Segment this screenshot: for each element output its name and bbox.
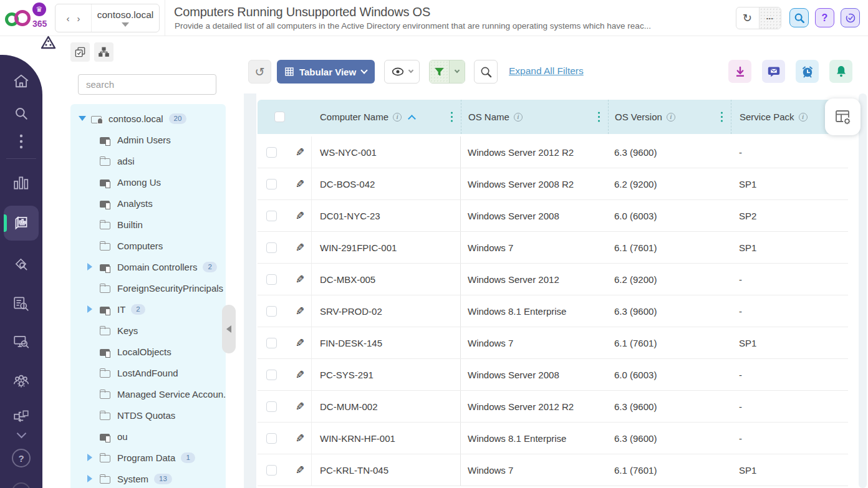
column-header-os-name[interactable]: OS Name	[461, 100, 608, 134]
tree-item[interactable]: Domain Controllers 2	[70, 256, 226, 277]
multi-select-tool-button[interactable]	[70, 42, 90, 62]
workflow-icon[interactable]	[0, 408, 42, 424]
column-chooser-button[interactable]	[825, 98, 861, 135]
table-row[interactable]: PC-SYS-291 Windows Server 2008 6.0 (6003…	[258, 359, 848, 391]
select-all-checkbox[interactable]	[274, 112, 285, 122]
filter-button[interactable]	[430, 60, 449, 83]
notification-bell-button[interactable]	[829, 60, 852, 83]
edit-pencil-icon[interactable]	[296, 400, 304, 413]
report-search-icon[interactable]	[0, 295, 42, 312]
view-mode-dropdown[interactable]: Tabular View	[277, 60, 375, 84]
scheduler-button[interactable]	[841, 8, 860, 27]
vertical-scrollbar[interactable]	[859, 93, 867, 488]
rail-collapse-chevron-icon[interactable]	[0, 430, 42, 437]
email-report-button[interactable]	[762, 60, 785, 83]
tree-item[interactable]: Analysts	[70, 193, 226, 214]
filter-dropdown-chevron[interactable]	[449, 60, 465, 83]
column-menu-icon[interactable]	[721, 116, 723, 118]
nav-search-icon[interactable]	[0, 106, 42, 121]
row-checkbox[interactable]	[266, 338, 277, 348]
global-search-button[interactable]	[789, 8, 809, 27]
audit-icon[interactable]	[0, 256, 42, 273]
hierarchy-view-button[interactable]	[94, 42, 113, 62]
tree-item[interactable]: Keys	[70, 320, 226, 341]
tree-item[interactable]: NTDS Quotas	[70, 404, 226, 426]
schedule-alarm-button[interactable]	[796, 60, 819, 83]
sort-ascending-icon[interactable]	[408, 115, 416, 123]
refresh-button[interactable]	[736, 7, 759, 29]
info-icon[interactable]	[799, 113, 808, 122]
back-chevron-icon[interactable]: ‹	[67, 13, 70, 24]
tree-item[interactable]: adsi	[70, 150, 226, 171]
tree-item[interactable]: Program Data 1	[70, 447, 226, 468]
computer-search-icon[interactable]	[0, 333, 42, 351]
row-checkbox[interactable]	[266, 179, 277, 189]
table-search-button[interactable]	[474, 60, 498, 84]
reload-report-button[interactable]	[248, 60, 271, 84]
edit-pencil-icon[interactable]	[296, 305, 304, 318]
tree-item[interactable]: ForeignSecurityPrincipals	[70, 277, 226, 299]
expander-icon[interactable]	[87, 263, 100, 270]
info-icon[interactable]	[393, 113, 402, 122]
edit-pencil-icon[interactable]	[296, 432, 304, 445]
domain-selector[interactable]: ‹ › contoso.local	[55, 4, 160, 32]
tree-item[interactable]: Computers	[70, 235, 226, 256]
table-row[interactable]: WIN-KRN-HF-001 Windows 8.1 Enterprise 6.…	[258, 423, 848, 454]
table-row[interactable]: DC-MUM-002 Windows Server 2012 R2 6.3 (9…	[258, 391, 848, 423]
tree-item[interactable]: Builtin	[70, 214, 226, 235]
sidebar-item-reports[interactable]	[4, 206, 39, 241]
row-checkbox[interactable]	[266, 211, 277, 221]
table-row[interactable]: DC-BOS-042 Windows Server 2008 R2 6.2 (9…	[258, 168, 848, 200]
edit-pencil-icon[interactable]	[296, 368, 304, 381]
edit-pencil-icon[interactable]	[296, 273, 304, 286]
help-button[interactable]: ?	[815, 8, 834, 27]
row-checkbox[interactable]	[266, 370, 277, 380]
table-row[interactable]: FIN-DESK-145 Windows 7 6.1 (7601) SP1	[258, 327, 848, 359]
column-header-os-version[interactable]: OS Version	[608, 100, 731, 134]
row-checkbox[interactable]	[266, 465, 277, 476]
domain-dropdown[interactable]: contoso.local	[92, 4, 159, 32]
more-menu-icon[interactable]	[0, 134, 42, 149]
edit-pencil-icon[interactable]	[296, 241, 304, 254]
table-row[interactable]: WS-NYC-001 Windows Server 2012 R2 6.3 (9…	[258, 136, 848, 168]
edit-pencil-icon[interactable]	[296, 464, 304, 477]
home-icon[interactable]	[0, 74, 42, 89]
export-download-button[interactable]	[728, 60, 751, 83]
column-header-computer-name[interactable]: Computer Name	[312, 100, 461, 134]
table-row[interactable]: PC-KRL-TN-045 Windows 7 6.1 (7601) SP1	[258, 454, 848, 486]
column-menu-icon[interactable]	[451, 116, 453, 118]
forward-chevron-icon[interactable]: ›	[77, 13, 80, 24]
row-checkbox[interactable]	[266, 306, 277, 317]
more-options-button[interactable]	[759, 7, 781, 29]
user-management-icon[interactable]	[0, 373, 42, 390]
column-visibility-dropdown[interactable]	[384, 60, 420, 84]
row-checkbox[interactable]	[266, 401, 277, 412]
table-row[interactable]: DC-MBX-005 Windows Server 2012 6.2 (9200…	[258, 264, 848, 295]
expander-icon[interactable]	[87, 305, 100, 313]
tree-search-input[interactable]	[79, 79, 215, 90]
table-row[interactable]: DC01-NYC-23 Windows Server 2008 6.0 (600…	[258, 200, 848, 232]
expand-all-filters-link[interactable]: Expand All Filters	[509, 65, 584, 77]
row-checkbox[interactable]	[266, 147, 277, 158]
tree-item[interactable]: contoso.local 20	[70, 108, 226, 129]
row-checkbox[interactable]	[266, 242, 277, 253]
tree-item[interactable]: LostAndFound	[70, 362, 226, 383]
tree-item[interactable]: Among Us	[70, 171, 226, 193]
dashboard-icon[interactable]	[0, 175, 42, 191]
info-icon[interactable]	[667, 113, 675, 122]
tree-collapse-handle[interactable]	[222, 305, 236, 353]
table-row[interactable]: SRV-PROD-02 Windows 8.1 Enterprise 6.3 (…	[258, 295, 848, 327]
expander-icon[interactable]	[87, 475, 100, 482]
column-menu-icon[interactable]	[598, 116, 600, 118]
rail-help-button[interactable]	[0, 449, 42, 467]
expander-icon[interactable]	[87, 454, 100, 461]
tree-item[interactable]: IT 2	[70, 299, 226, 320]
info-icon[interactable]	[514, 113, 523, 122]
tree-item[interactable]: Admin Users	[70, 129, 226, 150]
row-checkbox[interactable]	[266, 433, 277, 444]
edit-pencil-icon[interactable]	[296, 337, 304, 350]
edit-pencil-icon[interactable]	[296, 209, 304, 222]
table-row[interactable]: WIN-291FPIC-001 Windows 7 6.1 (7601) SP1	[258, 232, 848, 264]
edit-pencil-icon[interactable]	[296, 146, 304, 159]
expander-icon[interactable]	[79, 116, 91, 121]
